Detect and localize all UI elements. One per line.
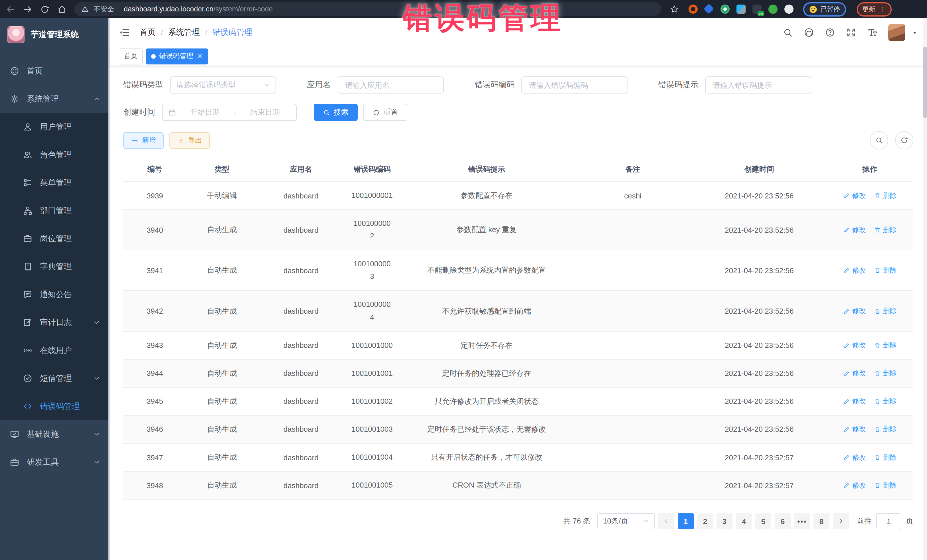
sidebar-item-role-management[interactable]: 角色管理 [0, 141, 109, 169]
sidebar-toggle-button[interactable] [119, 27, 130, 38]
browser-menu-icon[interactable] [879, 6, 886, 12]
page-button-4[interactable]: 4 [736, 513, 752, 529]
delete-link[interactable]: 删除 [874, 266, 897, 275]
sidebar-item-home[interactable]: 首页 [0, 57, 109, 85]
sidebar-item-dict-management[interactable]: 字典管理 [0, 253, 109, 281]
error-code-type-select[interactable]: 请选择错误码类型 [170, 76, 276, 94]
browser-forward-button[interactable] [23, 4, 32, 14]
extension-icon-3[interactable] [720, 5, 729, 14]
cell-remark [574, 338, 692, 353]
sidebar-item-sms-management[interactable]: 短信管理 [0, 364, 109, 392]
chevron-down-icon [93, 375, 100, 382]
delete-link[interactable]: 删除 [874, 452, 897, 462]
browser-home-button[interactable] [57, 4, 67, 14]
megaphone-icon [23, 290, 32, 299]
page-button-8[interactable]: 8 [813, 513, 830, 529]
help-icon[interactable] [825, 27, 835, 38]
browser-update-button[interactable]: 更新 [857, 2, 891, 16]
sidebar-logo-row[interactable]: 芋道管理系统 [0, 21, 109, 49]
font-size-icon[interactable] [867, 27, 877, 38]
breadcrumb-item[interactable]: 首页 [140, 27, 156, 38]
sidebar-item-post-management[interactable]: 岗位管理 [0, 225, 109, 253]
tag-item[interactable]: 首页 [119, 48, 143, 64]
edit-label: 修改 [852, 340, 866, 350]
app-name-input[interactable] [344, 80, 438, 90]
edit-link[interactable]: 修改 [843, 191, 866, 200]
edit-link[interactable]: 修改 [843, 306, 866, 316]
cell-error-code: 1001001005 [345, 472, 400, 499]
edit-link[interactable]: 修改 [843, 397, 866, 406]
sidebar-item-dept-management[interactable]: 部门管理 [0, 197, 109, 225]
delete-link[interactable]: 删除 [874, 480, 897, 490]
close-icon[interactable] [197, 53, 203, 59]
extension-icon-7[interactable] [784, 5, 793, 14]
page-button-3[interactable]: 3 [716, 513, 732, 529]
edit-link[interactable]: 修改 [843, 480, 866, 490]
edit-link[interactable]: 修改 [843, 340, 866, 350]
bookmark-star-icon[interactable] [670, 5, 679, 14]
page-button-2[interactable]: 2 [697, 513, 713, 529]
sidebar-item-audit-log[interactable]: 审计日志 [0, 308, 109, 337]
delete-link[interactable]: 删除 [874, 191, 897, 200]
sidebar-item-error-code-management[interactable]: 错误码管理 [0, 392, 109, 420]
prev-page-button[interactable] [658, 513, 674, 529]
sidebar-item-menu-management[interactable]: 菜单管理 [0, 169, 109, 197]
next-page-button[interactable] [833, 513, 849, 529]
scrollbar-thumb[interactable] [923, 47, 927, 118]
user-avatar[interactable] [888, 24, 905, 41]
error-hint-input[interactable] [705, 76, 811, 94]
delete-link[interactable]: 删除 [874, 225, 897, 235]
error-code-input[interactable] [528, 80, 621, 90]
extension-icon-6[interactable] [768, 5, 778, 14]
delete-link[interactable]: 删除 [874, 340, 897, 350]
extension-icon-1[interactable] [688, 5, 698, 14]
delete-link[interactable]: 删除 [874, 306, 897, 316]
page-button-5[interactable]: 5 [755, 513, 771, 529]
edit-link[interactable]: 修改 [843, 425, 866, 434]
delete-link[interactable]: 删除 [874, 425, 897, 434]
page-button-1[interactable]: 1 [678, 513, 694, 529]
profile-paused-badge[interactable]: 已暂停 [803, 2, 846, 16]
browser-back-button[interactable] [6, 4, 15, 14]
edit-link[interactable]: 修改 [843, 266, 866, 275]
chevron-down-icon [93, 431, 100, 438]
tag-active[interactable]: 错误码管理 [146, 48, 208, 64]
app-name-input[interactable] [338, 76, 444, 94]
sidebar-item-infrastructure[interactable]: 基础设施 [0, 420, 109, 448]
sidebar-item-user-management[interactable]: 用户管理 [0, 113, 109, 141]
page-scrollbar[interactable] [923, 18, 927, 560]
calendar-icon [168, 108, 176, 116]
page-button-6[interactable]: 6 [775, 513, 791, 529]
fullscreen-icon[interactable] [846, 27, 856, 38]
date-range-picker[interactable]: 开始日期 - 结束日期 [162, 104, 296, 121]
github-icon[interactable] [804, 27, 814, 38]
add-button[interactable]: 新增 [123, 132, 164, 149]
address-bar[interactable]: 不安全 dashboard.yudao.iocoder.cn/system/er… [74, 2, 661, 16]
pagination-more-button[interactable]: ••• [794, 513, 810, 529]
error-hint-input[interactable] [711, 80, 805, 90]
extension-icon-4[interactable] [737, 5, 746, 14]
goto-page-input[interactable] [876, 513, 901, 529]
browser-reload-button[interactable] [40, 4, 50, 14]
sidebar-item-system-management[interactable]: 系统管理 [0, 85, 109, 113]
delete-link[interactable]: 删除 [874, 397, 897, 406]
breadcrumb-item[interactable]: 系统管理 [168, 27, 200, 38]
error-code-input[interactable] [521, 76, 628, 94]
edit-link[interactable]: 修改 [843, 369, 866, 378]
header-search-icon[interactable] [783, 27, 793, 38]
edit-link[interactable]: 修改 [843, 225, 866, 235]
page-size-select[interactable]: 10条/页 [597, 513, 655, 529]
show-search-toggle-button[interactable] [870, 131, 888, 149]
search-button[interactable]: 搜索 [314, 104, 358, 121]
edit-link[interactable]: 修改 [843, 452, 866, 462]
extension-icon-5[interactable]: on [752, 5, 761, 14]
sidebar-item-online-users[interactable]: 在线用户 [0, 337, 109, 364]
sidebar-item-notice[interactable]: 通知公告 [0, 281, 109, 308]
sidebar-item-dev-tools[interactable]: 研发工具 [0, 448, 109, 476]
avatar-caret-icon[interactable] [912, 29, 918, 36]
refresh-table-button[interactable] [895, 131, 913, 149]
reset-button[interactable]: 重置 [363, 104, 407, 121]
extension-icon-2[interactable] [705, 5, 714, 14]
export-button[interactable]: 导出 [169, 132, 210, 149]
delete-link[interactable]: 删除 [874, 369, 897, 378]
